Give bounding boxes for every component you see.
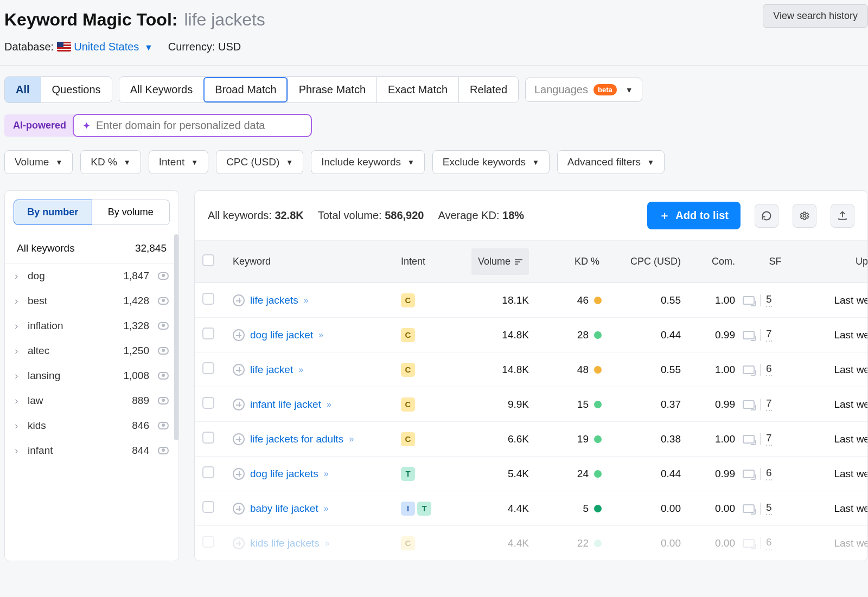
col-kd[interactable]: KD %: [537, 256, 607, 267]
tab-exact-match[interactable]: Exact Match: [376, 77, 458, 102]
eye-icon[interactable]: [158, 322, 169, 330]
open-keyword-icon[interactable]: »: [324, 469, 329, 479]
add-keyword-icon[interactable]: [233, 294, 245, 306]
open-keyword-icon[interactable]: »: [304, 296, 309, 305]
open-keyword-icon[interactable]: »: [298, 365, 303, 375]
keyword-link[interactable]: infant life jacket: [250, 399, 321, 410]
sort-by-number-button[interactable]: By number: [14, 200, 92, 225]
sidebar-item-law[interactable]: › law 889: [5, 388, 178, 413]
ai-domain-input[interactable]: [96, 119, 302, 132]
refresh-button[interactable]: [755, 204, 778, 228]
row-checkbox[interactable]: [202, 293, 214, 305]
sidebar-item-lansing[interactable]: › lansing 1,008: [5, 363, 178, 388]
serp-preview-icon[interactable]: [743, 539, 755, 548]
row-checkbox[interactable]: [202, 397, 214, 409]
languages-dropdown[interactable]: Languages beta ▼: [525, 78, 642, 102]
sidebar-item-infant[interactable]: › infant 844: [5, 438, 178, 463]
row-checkbox[interactable]: [202, 501, 214, 513]
eye-icon[interactable]: [158, 422, 169, 429]
ai-domain-input-wrap[interactable]: ✦: [73, 114, 312, 137]
serp-preview-icon[interactable]: [743, 504, 755, 513]
row-checkbox[interactable]: [202, 432, 214, 444]
col-volume[interactable]: Volume: [455, 248, 537, 275]
col-sf[interactable]: SF: [743, 256, 808, 267]
open-keyword-icon[interactable]: »: [327, 400, 331, 409]
sf-cell[interactable]: 5: [743, 502, 808, 515]
serp-preview-icon[interactable]: [743, 400, 755, 409]
eye-icon[interactable]: [158, 372, 169, 380]
filter-include-keywords[interactable]: Include keywords▼: [311, 150, 425, 174]
sort-by-volume-button[interactable]: By volume: [92, 200, 170, 225]
serp-preview-icon[interactable]: [743, 470, 755, 478]
keyword-link[interactable]: life jackets for adults: [250, 433, 343, 445]
open-keyword-icon[interactable]: »: [324, 504, 329, 513]
filter-kd[interactable]: KD %▼: [80, 150, 141, 174]
serp-preview-icon[interactable]: [743, 331, 755, 339]
tab-questions[interactable]: Questions: [41, 77, 112, 102]
filter-intent[interactable]: Intent▼: [149, 150, 208, 174]
add-keyword-icon[interactable]: [233, 503, 245, 515]
open-keyword-icon[interactable]: »: [325, 538, 330, 548]
eye-icon[interactable]: [158, 347, 169, 355]
filter-advanced[interactable]: Advanced filters▼: [557, 150, 665, 174]
eye-icon[interactable]: [158, 397, 169, 405]
row-checkbox[interactable]: [202, 362, 214, 374]
add-keyword-icon[interactable]: [233, 364, 245, 376]
tab-related[interactable]: Related: [458, 77, 518, 102]
tab-all[interactable]: All: [5, 77, 41, 102]
add-keyword-icon[interactable]: [233, 468, 245, 480]
col-updated[interactable]: Updated: [808, 256, 868, 267]
row-checkbox[interactable]: [202, 328, 214, 339]
tab-phrase-match[interactable]: Phrase Match: [288, 77, 376, 102]
export-button[interactable]: [831, 204, 854, 228]
keyword-link[interactable]: life jacket: [250, 364, 293, 376]
sidebar-item-kids[interactable]: › kids 846: [5, 413, 178, 438]
filter-volume[interactable]: Volume▼: [4, 150, 73, 174]
add-keyword-icon[interactable]: [233, 399, 245, 410]
tab-all-keywords[interactable]: All Keywords: [119, 77, 204, 102]
col-cpc[interactable]: CPC (USD): [607, 256, 688, 267]
sf-cell[interactable]: 7: [743, 328, 808, 342]
database-country-link[interactable]: United States: [74, 41, 139, 53]
select-all-checkbox[interactable]: [202, 254, 214, 266]
sf-cell[interactable]: 6: [743, 536, 808, 550]
col-com[interactable]: Com.: [688, 256, 743, 267]
add-keyword-icon[interactable]: [233, 537, 245, 549]
keyword-link[interactable]: dog life jackets: [250, 468, 318, 480]
sidebar-item-altec[interactable]: › altec 1,250: [5, 338, 178, 363]
eye-icon[interactable]: [158, 447, 169, 454]
keyword-link[interactable]: kids life jackets: [250, 537, 320, 549]
keyword-link[interactable]: dog life jacket: [250, 329, 313, 341]
add-keyword-icon[interactable]: [233, 433, 245, 445]
col-keyword[interactable]: Keyword: [233, 256, 401, 267]
eye-icon[interactable]: [158, 297, 169, 305]
filter-cpc[interactable]: CPC (USD)▼: [216, 150, 303, 174]
settings-button[interactable]: [793, 204, 816, 228]
chevron-down-icon[interactable]: ▼: [144, 43, 153, 52]
keyword-link[interactable]: life jackets: [250, 294, 298, 306]
view-search-history-button[interactable]: View search history: [763, 4, 868, 28]
sidebar-item-dog[interactable]: › dog 1,847: [5, 264, 178, 288]
scrollbar[interactable]: [174, 234, 178, 440]
col-intent[interactable]: Intent: [401, 256, 455, 267]
sidebar-item-best[interactable]: › best 1,428: [5, 288, 178, 313]
open-keyword-icon[interactable]: »: [349, 434, 354, 444]
sidebar-item-inflation[interactable]: › inflation 1,328: [5, 313, 178, 338]
open-keyword-icon[interactable]: »: [318, 330, 323, 340]
serp-preview-icon[interactable]: [743, 435, 755, 444]
sidebar-all-keywords[interactable]: All keywords 32,845: [5, 234, 178, 264]
serp-preview-icon[interactable]: [743, 365, 755, 374]
keyword-link[interactable]: baby life jacket: [250, 503, 318, 515]
sf-cell[interactable]: 6: [743, 467, 808, 480]
eye-icon[interactable]: [158, 272, 169, 280]
tab-broad-match[interactable]: Broad Match: [203, 77, 287, 102]
add-to-list-button[interactable]: ＋Add to list: [647, 202, 741, 229]
sf-cell[interactable]: 7: [743, 397, 808, 411]
add-keyword-icon[interactable]: [233, 329, 245, 341]
row-checkbox[interactable]: [202, 466, 214, 478]
row-checkbox[interactable]: [202, 536, 214, 548]
sf-cell[interactable]: 7: [743, 432, 808, 446]
filter-exclude-keywords[interactable]: Exclude keywords▼: [432, 150, 550, 174]
serp-preview-icon[interactable]: [743, 296, 755, 305]
sf-cell[interactable]: 6: [743, 363, 808, 376]
